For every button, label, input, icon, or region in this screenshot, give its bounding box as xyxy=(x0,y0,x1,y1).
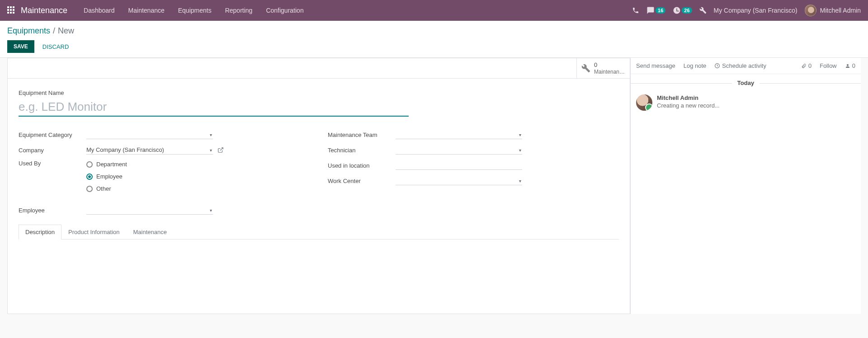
usedby-department-label: Department xyxy=(96,161,127,168)
tab-description[interactable]: Description xyxy=(19,225,61,239)
chatter: Send message Log note Schedule activity … xyxy=(630,58,861,314)
equipment-name-input[interactable] xyxy=(19,98,409,117)
employee-input[interactable] xyxy=(86,206,213,215)
navbar-right: 16 26 My Company (San Francisco) Mitchel… xyxy=(632,5,861,16)
left-column: Equipment Category ▾ Company ▾ xyxy=(19,129,310,216)
activities-icon[interactable]: 26 xyxy=(673,6,692,14)
control-panel-buttons: SAVE DISCARD xyxy=(7,40,861,53)
breadcrumb-root[interactable]: Equipments xyxy=(7,26,50,36)
company-switcher[interactable]: My Company (San Francisco) xyxy=(714,7,797,14)
notebook: Description Product Information Maintena… xyxy=(19,225,619,303)
app-brand[interactable]: Maintenance xyxy=(21,6,67,15)
usedby-employee-label: Employee xyxy=(96,173,123,180)
category-label: Equipment Category xyxy=(19,131,86,138)
breadcrumb-separator: / xyxy=(53,26,55,36)
tab-maintenance[interactable]: Maintenance xyxy=(126,225,173,239)
apps-icon[interactable] xyxy=(7,6,15,14)
svg-line-0 xyxy=(220,148,223,150)
notebook-page xyxy=(19,239,619,303)
equipment-name-label: Equipment Name xyxy=(19,89,619,96)
radio-icon xyxy=(86,186,93,192)
clock-icon xyxy=(714,63,720,69)
thread-date-separator: Today xyxy=(631,74,861,92)
notebook-tabs: Description Product Information Maintena… xyxy=(19,225,619,239)
form-view: 0 Maintenan… Equipment Name Equipment Ca… xyxy=(7,58,630,314)
schedule-activity-button[interactable]: Schedule activity xyxy=(714,62,766,69)
user-avatar-icon xyxy=(805,5,816,16)
breadcrumb-current: New xyxy=(58,26,74,36)
employee-label: Employee xyxy=(19,207,86,214)
workcenter-label: Work Center xyxy=(328,178,396,184)
wrench-icon xyxy=(581,64,590,73)
team-label: Maintenance Team xyxy=(328,131,396,138)
nav-dashboard[interactable]: Dashboard xyxy=(78,4,120,17)
navbar-left: Maintenance Dashboard Maintenance Equipm… xyxy=(7,4,309,17)
message-avatar-icon xyxy=(636,94,652,111)
usedby-label: Used By xyxy=(19,160,86,167)
stat-label: Maintenan… xyxy=(594,69,625,75)
usedby-other[interactable]: Other xyxy=(86,185,310,192)
radio-icon xyxy=(86,174,93,180)
follow-button[interactable]: Follow xyxy=(820,62,837,69)
nav-menu: Dashboard Maintenance Equipments Reporti… xyxy=(78,4,309,17)
button-box: 0 Maintenan… xyxy=(8,58,630,79)
main-content: 0 Maintenan… Equipment Name Equipment Ca… xyxy=(7,58,861,314)
paperclip-icon xyxy=(801,63,807,69)
discard-button[interactable]: DISCARD xyxy=(38,40,74,53)
attachments-button[interactable]: 0 xyxy=(801,62,811,69)
company-input[interactable] xyxy=(86,146,213,155)
send-message-button[interactable]: Send message xyxy=(636,62,675,69)
message-author: Mitchell Admin xyxy=(657,94,720,101)
location-label: Used in location xyxy=(328,162,396,169)
form-sheet: Equipment Name Equipment Category ▾ Comp… xyxy=(8,79,630,314)
phone-icon[interactable] xyxy=(632,7,639,14)
technician-label: Technician xyxy=(328,147,396,154)
company-label: Company xyxy=(19,147,86,154)
radio-icon xyxy=(86,161,93,168)
usedby-employee[interactable]: Employee xyxy=(86,173,310,180)
nav-maintenance[interactable]: Maintenance xyxy=(123,4,170,17)
nav-configuration[interactable]: Configuration xyxy=(260,4,309,17)
followers-button[interactable]: 0 xyxy=(845,62,855,69)
external-link-icon[interactable] xyxy=(217,147,224,153)
control-panel: Equipments / New SAVE DISCARD xyxy=(0,21,868,58)
user-menu[interactable]: Mitchell Admin xyxy=(805,5,861,16)
maintenance-stat-button[interactable]: 0 Maintenan… xyxy=(576,58,630,78)
category-input[interactable] xyxy=(86,130,213,139)
usedby-other-label: Other xyxy=(96,185,111,192)
activities-badge: 26 xyxy=(682,7,692,14)
nav-reporting[interactable]: Reporting xyxy=(220,4,258,17)
person-icon xyxy=(845,63,850,69)
usedby-department[interactable]: Department xyxy=(86,161,310,168)
messages-icon[interactable]: 16 xyxy=(646,6,665,14)
stat-value: 0 xyxy=(594,61,625,69)
breadcrumb: Equipments / New xyxy=(7,26,861,36)
workcenter-input[interactable] xyxy=(396,176,522,185)
message-item: Mitchell Admin Creating a new record... xyxy=(631,92,861,118)
location-input[interactable] xyxy=(396,161,522,170)
tab-product-info[interactable]: Product Information xyxy=(61,225,126,239)
message-body: Creating a new record... xyxy=(657,102,720,109)
usedby-radio-group: Department Employee Other xyxy=(86,160,310,192)
team-input[interactable] xyxy=(396,130,522,139)
save-button[interactable]: SAVE xyxy=(7,40,34,53)
debug-icon[interactable] xyxy=(699,7,707,14)
right-column: Maintenance Team ▾ Technician ▾ xyxy=(328,129,619,216)
technician-input[interactable] xyxy=(396,146,522,155)
chatter-topbar: Send message Log note Schedule activity … xyxy=(631,58,861,74)
log-note-button[interactable]: Log note xyxy=(684,62,707,69)
top-navbar: Maintenance Dashboard Maintenance Equipm… xyxy=(0,0,868,21)
user-name: Mitchell Admin xyxy=(820,7,861,14)
messages-badge: 16 xyxy=(656,7,665,14)
nav-equipments[interactable]: Equipments xyxy=(173,4,217,17)
